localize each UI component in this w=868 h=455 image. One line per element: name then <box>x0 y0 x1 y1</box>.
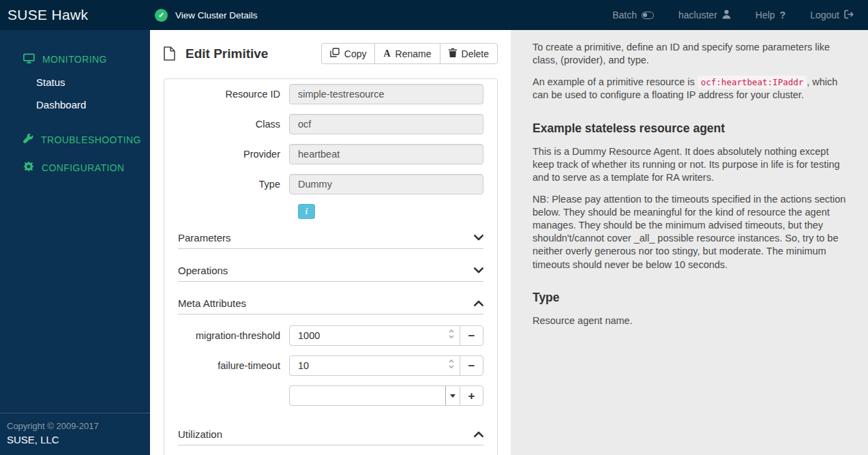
help-label: Help <box>755 10 775 20</box>
wrench-icon <box>23 134 33 146</box>
sidebar-item-troubleshooting[interactable]: TROUBLESHOOTING <box>0 128 150 151</box>
migration-threshold-input[interactable] <box>289 325 460 346</box>
copy-icon <box>330 48 340 59</box>
resource-id-label: Resource ID <box>178 89 289 100</box>
section-utilization[interactable]: Utilization <box>178 424 483 445</box>
migration-threshold-label: migration-threshold <box>178 330 289 341</box>
rename-button[interactable]: A Rename <box>374 43 440 64</box>
provider-field <box>289 144 483 164</box>
number-stepper-icon[interactable] <box>449 359 454 368</box>
info-button[interactable]: i <box>298 204 315 219</box>
sidebar-item-label: TROUBLESHOOTING <box>41 134 141 145</box>
sidebar-item-label: MONITORING <box>42 54 107 65</box>
logout-label: Logout <box>810 10 839 20</box>
help-intro: To create a primitive, define an ID and … <box>533 41 849 67</box>
chevron-down-icon <box>474 264 483 276</box>
company-name: SUSE, LLC <box>7 434 143 445</box>
monitor-icon <box>23 53 35 65</box>
class-label: Class <box>178 119 289 130</box>
chevron-up-icon <box>474 297 483 309</box>
top-bar: SUSE Hawk ✓ View Cluster Details Batch h… <box>0 0 868 30</box>
user-icon <box>722 10 731 21</box>
type-field <box>289 174 483 194</box>
failure-timeout-label: failure-timeout <box>178 360 289 371</box>
class-field <box>289 114 483 134</box>
help-example: An example of a primitive resource is oc… <box>533 76 849 102</box>
agent-description: This is a Dummy Resource Agent. It does … <box>533 145 849 184</box>
edit-primitive-form: Resource ID Class Provider Type i <box>164 78 498 455</box>
section-meta-attributes[interactable]: Meta Attributes <box>178 293 483 314</box>
chevron-down-icon <box>474 231 483 244</box>
batch-toggle-icon <box>642 12 654 19</box>
resource-id-field <box>289 84 483 104</box>
failure-timeout-input[interactable] <box>289 355 460 376</box>
resource-toolbar: Copy A Rename Delete <box>321 43 498 64</box>
help-menu[interactable]: Help ? <box>755 10 785 20</box>
page-title: Edit Primitive <box>185 46 268 61</box>
type-label: Type <box>178 179 289 190</box>
copyright-text: Copyright © 2009-2017 <box>7 421 143 431</box>
user-menu[interactable]: hacluster <box>678 10 731 21</box>
check-circle-icon: ✓ <box>155 9 168 22</box>
sidebar-footer: Copyright © 2009-2017 SUSE, LLC <box>0 413 150 455</box>
code-snippet: ocf:heartbeat:IPaddr <box>698 76 807 89</box>
section-parameters[interactable]: Parameters <box>178 227 483 249</box>
copy-button[interactable]: Copy <box>321 43 376 64</box>
provider-label: Provider <box>178 149 289 160</box>
agent-heading: Example stateless resource agent <box>533 121 849 136</box>
type-heading: Type <box>533 290 849 306</box>
sidebar-item-status[interactable]: Status <box>0 71 150 93</box>
sidebar-item-monitoring[interactable]: MONITORING <box>0 48 150 71</box>
add-attribute-button[interactable]: + <box>460 385 483 406</box>
remove-attribute-button[interactable]: − <box>460 355 483 376</box>
user-label: hacluster <box>678 10 717 20</box>
document-icon <box>164 46 175 61</box>
remove-attribute-button[interactable]: − <box>460 325 483 346</box>
new-attribute-select[interactable] <box>289 385 460 406</box>
sidebar: MONITORING Status Dashboard TROUBLESHOOT… <box>0 30 150 455</box>
agent-note: NB: Please pay attention to the timeouts… <box>533 193 849 271</box>
batch-menu[interactable]: Batch <box>612 10 654 20</box>
cluster-status-link[interactable]: ✓ View Cluster Details <box>155 9 258 22</box>
trash-icon <box>449 48 457 59</box>
type-description: Resource agent name. <box>533 314 849 327</box>
number-stepper-icon[interactable] <box>449 329 454 338</box>
chevron-up-icon <box>474 428 483 440</box>
logout-icon <box>844 10 854 21</box>
app-logo: SUSE Hawk <box>0 7 150 23</box>
help-panel: To create a primitive, define an ID and … <box>511 30 868 455</box>
sidebar-item-label: CONFIGURATION <box>42 162 125 173</box>
font-icon: A <box>383 48 390 59</box>
batch-label: Batch <box>612 10 637 20</box>
dropdown-caret-icon[interactable] <box>445 386 460 405</box>
logout-link[interactable]: Logout <box>810 10 854 21</box>
question-mark-icon: ? <box>780 10 786 20</box>
sidebar-item-dashboard[interactable]: Dashboard <box>0 93 150 116</box>
sidebar-item-configuration[interactable]: CONFIGURATION <box>0 156 150 179</box>
delete-button[interactable]: Delete <box>440 43 498 64</box>
gear-icon <box>23 161 34 174</box>
cluster-status-label: View Cluster Details <box>175 10 258 20</box>
section-operations[interactable]: Operations <box>178 260 483 282</box>
main-content: Edit Primitive Copy A Rename <box>150 30 511 455</box>
